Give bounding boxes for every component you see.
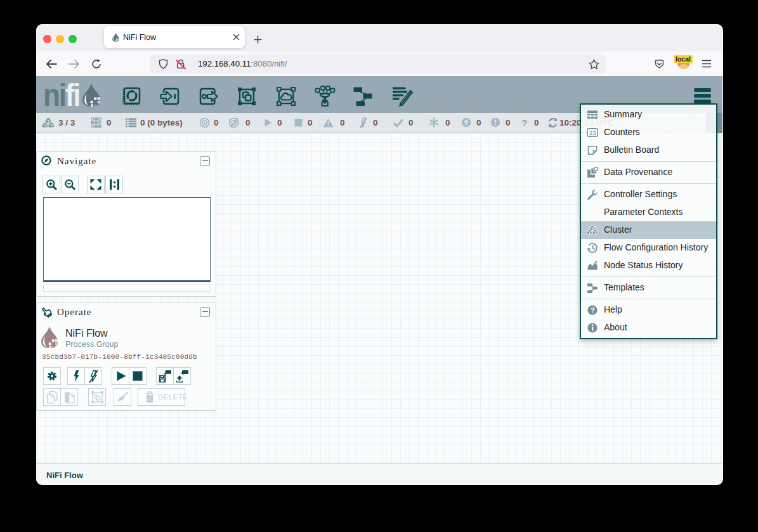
svg-text:?: ? — [591, 306, 595, 314]
svg-text:23: 23 — [589, 129, 596, 136]
